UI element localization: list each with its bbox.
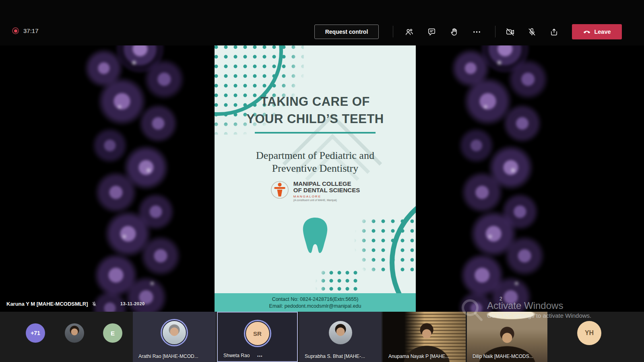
participant-tile-suprabha-bhat[interactable]: Suprabha S. Bhat [MAHE-... <box>299 312 382 362</box>
divider <box>393 26 393 37</box>
dept-line1: Department of Pediatric and <box>215 149 416 162</box>
meeting-timer: 37:17 <box>23 27 39 34</box>
presenter-name-label: Karuna Y M [MAHE-MCODSMLR] <box>6 301 97 307</box>
mic-off-button[interactable] <box>524 24 540 40</box>
org-name-line1: MANIPAL COLLEGE <box>293 181 360 187</box>
leave-button[interactable]: Leave <box>572 24 622 39</box>
tooth-icon <box>295 214 335 257</box>
raise-hand-button[interactable] <box>446 24 462 40</box>
recording-icon <box>12 27 19 34</box>
participant-tile-arathi-rao[interactable]: Arathi Rao [MAHE-MCOD... <box>133 312 216 362</box>
participant-tile-dilip-naik[interactable]: Dilip Naik [MAHE-MCODS... <box>467 312 547 362</box>
contact-phone: Contact No: 0824-2428716(Extn:5655) <box>272 296 359 302</box>
contact-band: Contact No: 0824-2428716(Extn:5655) Emai… <box>215 293 416 312</box>
org-note: (A constituent unit of MAHE, Manipal) <box>293 199 360 202</box>
chat-icon <box>427 27 436 37</box>
participant-avatar-initial-e[interactable]: E <box>103 323 122 343</box>
participant-name: Dilip Naik [MAHE-MCODS... <box>473 354 533 359</box>
participant-avatar-initials-yh[interactable]: YH <box>577 321 601 345</box>
share-icon <box>549 27 559 37</box>
participant-name: Arathi Rao [MAHE-MCOD... <box>138 354 198 359</box>
title-underline <box>255 132 376 134</box>
flower-video-left <box>78 45 190 312</box>
participant-tile-shweta-rao[interactable]: SR Shweta Rao ••• <box>217 312 298 362</box>
presenter-name: Karuna Y M [MAHE-MCODSMLR] <box>6 301 88 307</box>
request-control-button[interactable]: Request control <box>314 25 379 39</box>
flower-video-right <box>447 45 552 312</box>
raise-hand-icon <box>450 27 459 37</box>
participants-button[interactable] <box>401 24 417 40</box>
dept-line2: Preventive Dentistry <box>215 162 416 175</box>
divider <box>495 26 495 37</box>
phone-down-icon <box>583 28 591 36</box>
participant-tile-anupama-nayak[interactable]: Anupama Nayak P [MAHE... <box>383 312 466 362</box>
chat-button[interactable] <box>423 24 440 40</box>
contact-email: Email: pedodont.mcodsmlr@manipal.edu <box>269 303 361 309</box>
teams-meeting-window: 37:17 Request control Leave <box>0 0 644 362</box>
video-date-stamp: 13-11-2020 <box>120 301 145 306</box>
slide-title: TAKING CARE OF YOUR CHILD’S TEETH <box>215 93 416 134</box>
presentation-slide: TAKING CARE OF YOUR CHILD’S TEETH Depart… <box>215 45 416 312</box>
more-options-icon <box>472 27 481 37</box>
more-options-button[interactable] <box>469 24 485 40</box>
overflow-participants-badge[interactable]: +71 <box>26 323 45 343</box>
org-name-line2: OF DENTAL SCIENCES <box>293 187 360 193</box>
participant-name: Shweta Rao <box>223 353 250 358</box>
slide-subtitle: Department of Pediatric and Preventive D… <box>215 149 416 175</box>
slide-title-line2: YOUR CHILD’S TEETH <box>215 110 416 128</box>
avatar-initials: SR <box>246 322 269 345</box>
participant-name: Anupama Nayak P [MAHE... <box>388 354 449 359</box>
meeting-control-bar: 37:17 Request control Leave <box>0 0 644 45</box>
participant-name: Suprabha S. Bhat [MAHE-... <box>305 354 365 359</box>
recording-indicator: 37:17 <box>12 27 39 34</box>
share-button[interactable] <box>546 24 562 40</box>
slide-title-line1: TAKING CARE OF <box>215 93 416 110</box>
college-emblem-icon <box>270 181 289 199</box>
mic-off-icon <box>527 27 537 37</box>
leave-label: Leave <box>594 29 611 35</box>
shared-screen-stage: TAKING CARE OF YOUR CHILD’S TEETH Depart… <box>0 45 644 312</box>
avatar <box>329 321 352 344</box>
participant-avatar-photo[interactable] <box>65 323 84 343</box>
participants-icon <box>405 27 414 37</box>
tooth-illustration <box>215 214 416 259</box>
participant-filmstrip: +71 E Arathi Rao [MAHE-MCOD... SR Shweta… <box>0 312 644 362</box>
camera-off-button[interactable] <box>502 24 518 40</box>
tile-more-icon[interactable]: ••• <box>257 354 263 358</box>
mic-off-small-icon <box>91 301 97 307</box>
college-logo-block: MANIPAL COLLEGE OF DENTAL SCIENCES MANGA… <box>215 181 416 202</box>
camera-off-icon <box>506 27 515 37</box>
org-city: MANGALORE <box>293 194 360 199</box>
avatar <box>163 321 186 344</box>
